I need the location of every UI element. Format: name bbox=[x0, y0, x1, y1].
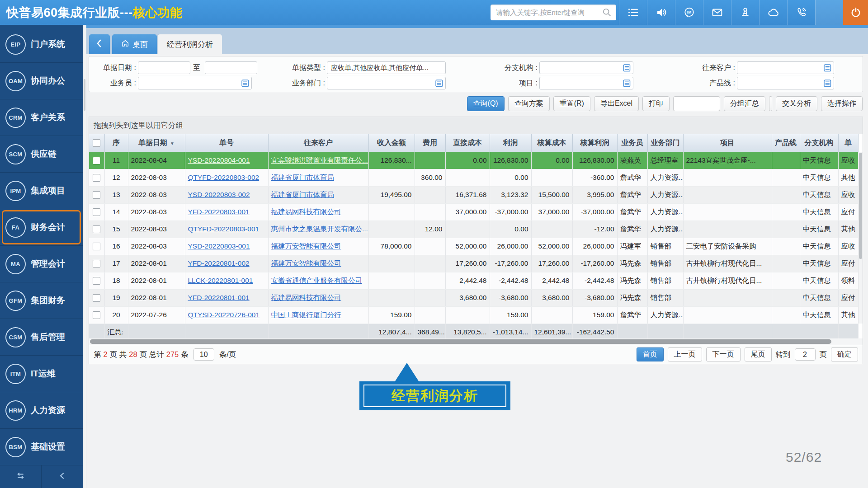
tab-desktop[interactable]: 桌面 bbox=[112, 34, 157, 54]
doc-link[interactable]: YSD-20220803-001 bbox=[188, 242, 250, 250]
filter-input-box[interactable] bbox=[327, 77, 446, 89]
filter-text-input[interactable] bbox=[540, 62, 633, 74]
next-page-button[interactable]: 下一页 bbox=[706, 347, 741, 361]
row-checkbox[interactable] bbox=[93, 157, 100, 164]
sidebar-item-hrm[interactable]: HRM人力资源 bbox=[0, 392, 83, 429]
column-header[interactable]: 核算成本 bbox=[531, 134, 572, 152]
export-excel-button[interactable]: 导出Excel bbox=[594, 96, 639, 111]
doc-link[interactable]: YFD-20220803-001 bbox=[188, 208, 250, 216]
customer-link[interactable]: 福建易网科技有限公司 bbox=[271, 294, 341, 301]
row-checkbox[interactable] bbox=[93, 191, 100, 199]
lookup-icon[interactable] bbox=[241, 80, 249, 87]
row-checkbox[interactable] bbox=[93, 174, 100, 182]
sidebar-item-oam[interactable]: OAM协同办公 bbox=[0, 63, 83, 99]
doc-link[interactable]: YSD-20220804-001 bbox=[188, 156, 250, 164]
speaker-icon[interactable] bbox=[647, 0, 675, 25]
sidebar-item-scm[interactable]: SCM供应链 bbox=[0, 136, 83, 173]
search-input[interactable] bbox=[491, 9, 602, 17]
collapse-sidebar-button[interactable] bbox=[41, 465, 83, 488]
sidebar-item-ma[interactable]: MA管理会计 bbox=[0, 246, 83, 282]
column-header[interactable]: 分支机构 bbox=[800, 134, 838, 152]
row-checkbox[interactable] bbox=[93, 294, 100, 302]
phone-icon[interactable] bbox=[787, 0, 815, 25]
last-page-button[interactable]: 尾页 bbox=[745, 347, 772, 361]
customer-link[interactable]: 宜宾骏继洪骥置业有限责任公... bbox=[271, 156, 368, 164]
im-icon[interactable]: IM bbox=[675, 0, 703, 25]
customer-link[interactable]: 福建易网科技有限公司 bbox=[271, 208, 341, 216]
cloud-icon[interactable] bbox=[759, 0, 787, 25]
column-header[interactable]: 产品线 bbox=[772, 134, 800, 152]
filter-input-box[interactable] bbox=[539, 61, 633, 74]
column-header[interactable]: 业务员 bbox=[617, 134, 647, 152]
tab-profit-analysis[interactable]: 经营利润分析 bbox=[158, 34, 222, 54]
vertical-scrollbar-thumb[interactable] bbox=[859, 153, 862, 259]
power-icon[interactable] bbox=[843, 0, 868, 25]
group-summary-button[interactable]: 分组汇总 bbox=[724, 96, 765, 111]
filter-text-input[interactable] bbox=[327, 77, 445, 89]
filter-input-box[interactable] bbox=[138, 77, 252, 89]
select-operation-button[interactable]: 选择操作 bbox=[821, 96, 863, 111]
table-row[interactable]: 202022-07-26QTYSD-20220726-001中国工商银行厦门分行… bbox=[89, 306, 858, 324]
mail-icon[interactable] bbox=[703, 0, 731, 25]
table-row[interactable]: 142022-08-03YFD-20220803-001福建易网科技有限公司37… bbox=[89, 203, 858, 221]
sidebar-item-itm[interactable]: ITMIT运维 bbox=[0, 356, 83, 392]
lookup-icon[interactable] bbox=[824, 80, 831, 87]
table-row[interactable]: 152022-08-03QTYFD-20220803-001惠州市龙之泉温泉开发… bbox=[89, 221, 858, 238]
cross-analysis-button[interactable]: 交叉分析 bbox=[776, 96, 817, 111]
doc-link[interactable]: LLCK-20220801-001 bbox=[188, 277, 253, 284]
column-header[interactable]: 往来客户 bbox=[268, 134, 368, 152]
horizontal-scrollbar-thumb[interactable] bbox=[90, 339, 831, 344]
filter-text-input[interactable] bbox=[737, 62, 834, 74]
customer-link[interactable]: 福建省厦门市体育局 bbox=[271, 191, 335, 198]
list-icon[interactable] bbox=[619, 0, 647, 25]
lookup-icon[interactable] bbox=[623, 80, 631, 87]
table-row[interactable]: 172022-08-01YFD-20220801-002福建万安智能有限公司17… bbox=[89, 255, 858, 272]
prev-page-button[interactable]: 上一页 bbox=[668, 347, 702, 361]
horizontal-scrollbar[interactable] bbox=[89, 338, 863, 345]
doc-link[interactable]: YSD-20220803-002 bbox=[188, 191, 250, 198]
column-header[interactable]: 核算利润 bbox=[572, 134, 617, 152]
global-search[interactable] bbox=[491, 5, 616, 20]
query-plan-button[interactable]: 查询方案 bbox=[508, 96, 550, 111]
column-header[interactable]: 直接成本 bbox=[445, 134, 490, 152]
doc-link[interactable]: YFD-20220801-002 bbox=[188, 259, 250, 267]
table-row[interactable]: 122022-08-03QTYFD-20220803-002福建省厦门市体育局3… bbox=[89, 169, 858, 186]
lookup-icon[interactable] bbox=[623, 64, 631, 72]
filter-text-input[interactable] bbox=[138, 77, 251, 89]
column-header[interactable]: 单号 bbox=[185, 134, 268, 152]
query-button[interactable]: 查询(Q) bbox=[467, 96, 505, 111]
tab-back-button[interactable] bbox=[89, 34, 110, 54]
filter-text-input[interactable] bbox=[737, 77, 834, 89]
customer-link[interactable]: 安徽省通信产业服务有限公司 bbox=[271, 277, 363, 284]
column-header[interactable]: 单据日期▼ bbox=[128, 134, 185, 152]
filter-input-box[interactable] bbox=[737, 61, 834, 74]
filter-text-input[interactable] bbox=[540, 77, 633, 89]
row-checkbox[interactable] bbox=[93, 225, 100, 233]
table-row[interactable]: 132022-08-03YSD-20220803-002福建省厦门市体育局19,… bbox=[89, 186, 858, 203]
confirm-button[interactable]: 确定 bbox=[831, 347, 858, 361]
lookup-icon[interactable] bbox=[435, 80, 443, 87]
doc-link[interactable]: QTYFD-20220803-001 bbox=[188, 225, 259, 233]
filter-input-box[interactable] bbox=[737, 77, 834, 89]
customer-link[interactable]: 福建万安智能有限公司 bbox=[271, 259, 341, 267]
sidebar-item-crm[interactable]: CRM客户关系 bbox=[0, 99, 83, 136]
row-checkbox[interactable] bbox=[93, 208, 100, 216]
sort-desc-icon[interactable]: ▼ bbox=[170, 141, 175, 146]
column-header[interactable]: 利润 bbox=[490, 134, 531, 152]
row-checkbox[interactable] bbox=[93, 243, 100, 250]
vertical-scrollbar[interactable] bbox=[858, 152, 863, 324]
table-row[interactable]: 162022-08-03YSD-20220803-001福建万安智能有限公司78… bbox=[89, 238, 858, 255]
column-header[interactable]: 项目 bbox=[683, 134, 772, 152]
customer-link[interactable]: 惠州市龙之泉温泉开发有限公... bbox=[271, 225, 368, 233]
column-header[interactable]: 费用 bbox=[415, 134, 445, 152]
sidebar-item-csm[interactable]: CSM售后管理 bbox=[0, 319, 83, 356]
filter-input-box[interactable] bbox=[539, 77, 633, 89]
sidebar-item-gfm[interactable]: GFM集团财务 bbox=[0, 282, 83, 319]
goto-page-input[interactable] bbox=[795, 348, 816, 361]
lookup-icon[interactable] bbox=[824, 64, 831, 72]
date-to-field[interactable] bbox=[205, 61, 257, 74]
select-all-checkbox[interactable] bbox=[93, 139, 100, 147]
switch-layout-button[interactable] bbox=[0, 465, 41, 488]
sidebar-item-bsm[interactable]: BSM基础设置 bbox=[0, 429, 83, 465]
sidebar-item-eip[interactable]: EIP门户系统 bbox=[0, 26, 83, 63]
